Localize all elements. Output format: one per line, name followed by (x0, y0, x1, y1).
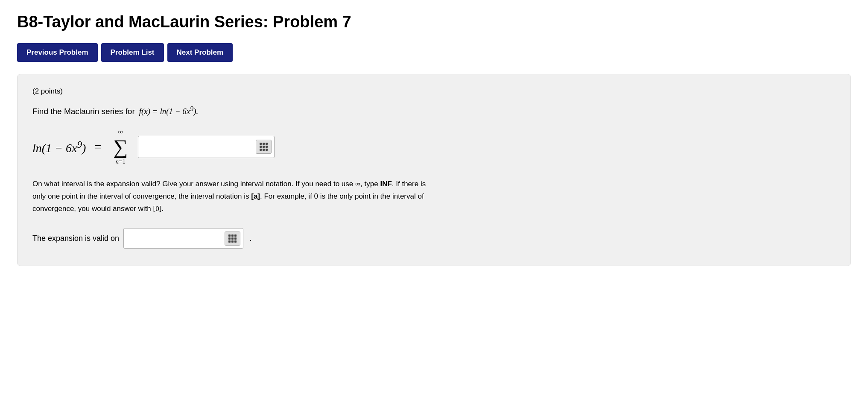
series-mathpad-button[interactable] (256, 140, 272, 154)
function-expression: f(x) = ln(1 − 6x9). (137, 107, 198, 116)
previous-problem-button[interactable]: Previous Problem (17, 43, 98, 62)
series-answer-input[interactable] (141, 141, 253, 153)
sigma-notation: ∞ ∑ n=1 (113, 128, 128, 165)
grid-icon (260, 143, 268, 151)
series-answer-box[interactable] (138, 136, 275, 158)
problem-list-button[interactable]: Problem List (101, 43, 164, 62)
equals-sign: = (94, 140, 101, 154)
description-text: On what interval is the expansion valid?… (32, 178, 836, 215)
lhs-formula: ln(1 − 6x9) (32, 139, 86, 155)
page-title: B8-Taylor and MacLaurin Series: Problem … (17, 13, 851, 31)
points-label: (2 points) (32, 87, 836, 96)
expansion-row: The expansion is valid on . (32, 228, 836, 249)
expansion-answer-input[interactable] (126, 232, 222, 244)
problem-instruction: Find the Maclaurin series for f(x) = ln(… (32, 105, 836, 116)
nav-buttons: Previous Problem Problem List Next Probl… (17, 43, 851, 62)
expansion-label: The expansion is valid on (32, 234, 119, 243)
sigma-symbol: ∑ (113, 137, 128, 157)
next-problem-button[interactable]: Next Problem (167, 43, 233, 62)
expansion-mathpad-button[interactable] (225, 231, 240, 246)
instruction-text: Find the Maclaurin series for (32, 107, 135, 116)
formula-row: ln(1 − 6x9) = ∞ ∑ n=1 (32, 128, 836, 165)
expansion-answer-box[interactable] (123, 228, 243, 249)
problem-container: (2 points) Find the Maclaurin series for… (17, 74, 851, 266)
sigma-superscript: ∞ (118, 128, 123, 136)
grid-icon-small (228, 234, 237, 243)
sigma-subscript: n=1 (116, 158, 126, 165)
period: . (249, 234, 251, 243)
